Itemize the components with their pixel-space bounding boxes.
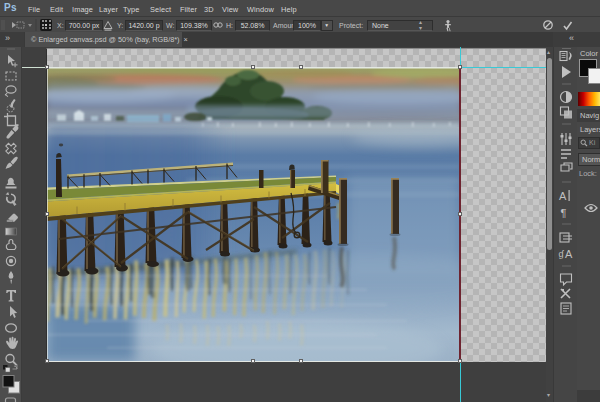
svg-text:¶: ¶ xyxy=(561,207,567,219)
svg-text:A: A xyxy=(559,190,567,202)
svg-text:A: A xyxy=(565,248,573,260)
svg-text:ɠ: ɠ xyxy=(559,249,565,259)
